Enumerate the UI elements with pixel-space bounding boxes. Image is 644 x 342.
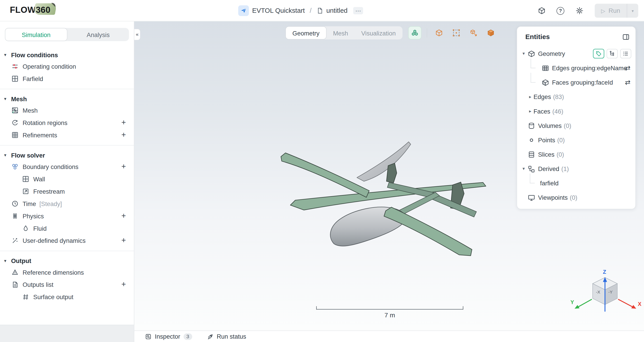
item-label: Operating condition — [23, 63, 76, 70]
tree-row-faces[interactable]: ▸ Faces (46) — [517, 104, 636, 118]
sidebar-item-fluid[interactable]: Fluid — [0, 222, 134, 234]
add-output-button[interactable]: + — [119, 280, 128, 289]
project-name[interactable]: EVTOL Quickstart — [252, 7, 305, 14]
add-user-defined-dynamics-button[interactable]: + — [119, 236, 128, 245]
logo-text-360: 360 — [36, 5, 50, 14]
section-mesh[interactable]: ▾ Mesh — [0, 93, 134, 104]
breadcrumb-separator: / — [310, 7, 312, 14]
item-label: Refinements — [23, 131, 57, 138]
run-dropdown-button[interactable]: ▾ — [627, 4, 638, 18]
tree-guide — [530, 58, 536, 68]
add-physics-button[interactable]: + — [119, 211, 128, 220]
refinements-icon — [12, 131, 18, 138]
freestream-icon — [22, 188, 29, 195]
tree-row-farfield[interactable]: farfield — [517, 176, 636, 190]
tree-label: Points — [538, 136, 555, 143]
caret-down-icon: ▾ — [632, 9, 634, 13]
sidebar-mode-tabs: Simulation Analysis — [5, 28, 129, 41]
sidebar-item-physics[interactable]: Physics + — [0, 210, 134, 222]
rotation-regions-icon — [12, 119, 18, 126]
sidebar-item-farfield[interactable]: Farfield — [0, 72, 134, 85]
reference-dimensions-icon — [12, 269, 18, 275]
selection-box-button[interactable] — [450, 26, 463, 40]
wireframe-view-button[interactable] — [432, 26, 446, 40]
help-button[interactable]: ? — [554, 4, 567, 18]
run-button[interactable]: ▷ Run ▾ — [594, 4, 638, 18]
tree-count: (0) — [564, 122, 571, 129]
resources-button[interactable] — [534, 4, 548, 18]
sidebar-item-operating-condition[interactable]: Operating condition — [0, 60, 134, 72]
sidebar-item-wall[interactable]: Wall — [0, 173, 134, 185]
tree-row-volumes[interactable]: Volumes (0) — [517, 119, 636, 133]
tab-visualization[interactable]: Visualization — [355, 26, 402, 40]
caret-down-icon[interactable]: ▾ — [520, 51, 527, 56]
surface-output-icon — [22, 293, 29, 300]
tree-row-slices[interactable]: Slices (0) — [517, 147, 636, 162]
tree-label: Edges grouping:edgeName — [552, 65, 627, 72]
hierarchy-icon — [609, 51, 615, 57]
tab-analysis[interactable]: Analysis — [67, 28, 129, 41]
user-defined-dynamics-icon — [12, 237, 18, 244]
sidebar-item-user-defined-dynamics[interactable]: User-defined dynamics + — [0, 234, 134, 247]
item-label: Mesh — [23, 107, 38, 114]
sidebar-item-refinements[interactable]: Refinements + — [0, 129, 134, 141]
derived-icon — [528, 165, 535, 172]
sidebar-item-boundary-conditions[interactable]: Boundary conditions + — [0, 160, 134, 173]
tree-count: (0) — [556, 151, 564, 158]
geometry-view-buttons — [593, 49, 631, 58]
section-title: Output — [11, 257, 31, 264]
play-icon: ▷ — [601, 8, 605, 14]
tab-simulation[interactable]: Simulation — [5, 28, 67, 41]
help-icon: ? — [556, 7, 564, 15]
view-cube[interactable]: -X -Y Y X Z — [569, 259, 643, 321]
tree-row-viewpoints[interactable]: Viewpoints (0) — [517, 190, 636, 205]
hierarchy-view-button[interactable] — [606, 49, 618, 58]
swap-faces-grouping-button[interactable]: ⇄ — [625, 79, 630, 86]
sidebar-item-time[interactable]: Time [Steady] — [0, 197, 134, 210]
swap-edges-grouping-button[interactable]: ⇄ — [625, 65, 630, 71]
tag-view-button[interactable] — [593, 49, 604, 58]
tag-icon — [596, 51, 602, 57]
tree-count: (83) — [553, 93, 564, 100]
file-name[interactable]: untitled — [326, 7, 348, 14]
tree-row-points[interactable]: Points (0) — [517, 133, 636, 147]
shaded-view-button[interactable] — [484, 26, 497, 40]
section-flow-solver[interactable]: ▾ Flow solver — [0, 150, 134, 160]
inspector-label: Inspector — [155, 333, 180, 340]
section-flow-conditions[interactable]: ▾ Flow conditions — [0, 49, 134, 60]
more-options-button[interactable]: ⋯ — [353, 7, 363, 14]
sidebar-collapse-handle[interactable]: « — [134, 29, 140, 40]
add-boundary-condition-button[interactable]: + — [119, 162, 128, 171]
tree-row-faces-grouping[interactable]: Faces grouping:faceId ⇄ — [517, 75, 636, 90]
tab-mesh[interactable]: Mesh — [326, 26, 355, 40]
sidebar-item-reference-dimensions[interactable]: Reference dimensions — [0, 266, 134, 278]
tree-row-derived[interactable]: ▾ Derived (1) — [517, 162, 636, 176]
sidebar-item-surface-output[interactable]: Surface output — [0, 291, 134, 303]
entity-groups-button[interactable] — [408, 26, 421, 40]
viewpoints-icon — [528, 194, 535, 201]
caret-right-icon[interactable]: ▸ — [527, 94, 534, 99]
inspector-tab[interactable]: Inspector 3 — [145, 333, 192, 340]
sidebar-item-freestream[interactable]: Freestream — [0, 185, 134, 197]
add-refinement-button[interactable]: + — [119, 130, 128, 139]
caret-right-icon[interactable]: ▸ — [527, 109, 534, 114]
list-view-button[interactable] — [620, 49, 631, 58]
file-icon — [316, 8, 323, 14]
add-rotation-region-button[interactable]: + — [119, 118, 128, 127]
caret-down-icon: ▾ — [4, 52, 8, 58]
item-label: Farfield — [23, 75, 43, 82]
fit-view-button[interactable] — [467, 26, 480, 40]
sidebar-item-rotation-regions[interactable]: Rotation regions + — [0, 116, 134, 129]
collapse-panel-button[interactable] — [622, 33, 630, 40]
divider — [0, 89, 134, 89]
sidebar-item-mesh[interactable]: Mesh — [0, 104, 134, 116]
tree-row-edges[interactable]: ▸ Edges (83) — [517, 90, 636, 104]
section-output[interactable]: ▾ Output — [0, 255, 134, 266]
sidebar-item-outputs-list[interactable]: Outputs list + — [0, 278, 134, 291]
tree-label: Slices — [538, 151, 554, 158]
item-label: Reference dimensions — [23, 269, 84, 275]
tab-geometry[interactable]: Geometry — [286, 26, 326, 40]
caret-down-icon[interactable]: ▾ — [520, 166, 527, 171]
run-status-tab[interactable]: Run status — [207, 333, 246, 340]
settings-button[interactable] — [572, 4, 586, 18]
